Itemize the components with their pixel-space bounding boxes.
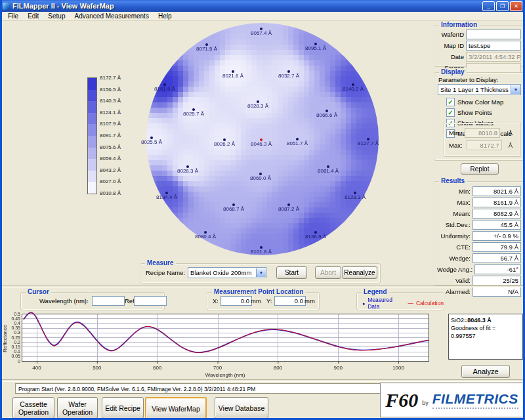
point-value-label: 8021.6 Å xyxy=(212,73,254,79)
date-field: 3/2/2011 4:54:32 PM xyxy=(466,52,521,62)
footer-button-view-wafermap[interactable]: View WaferMap xyxy=(145,397,207,420)
logo-model: F60 xyxy=(385,389,418,411)
start-button[interactable]: Start xyxy=(276,266,307,279)
display-group-label: Display xyxy=(439,68,467,75)
goodness-of-fit: Goodness of fit = 0.997557 xyxy=(451,324,520,340)
angstrom-unit-label: Å xyxy=(504,142,513,149)
point-value-label: 8140.2 Å xyxy=(332,86,374,92)
wafer-map[interactable]: 8057.4 Å8071.5 Å8095.1 Å8021.6 Å8032.7 Å… xyxy=(94,18,429,260)
y-field[interactable]: 0.0 xyxy=(274,296,306,306)
cursor-wavelength-field[interactable] xyxy=(92,296,125,306)
point-value-label: 8026.2 Å xyxy=(203,141,245,147)
info-row-map-id: Map IDtest.spe xyxy=(437,41,521,51)
point-value-label: 8134.4 Å xyxy=(146,194,188,200)
filmetrics-logo: F60 by FILMETRICS xyxy=(380,383,524,417)
x-field[interactable]: 0.0 xyxy=(220,296,252,306)
measured-data-marker-icon: ● xyxy=(362,301,365,306)
mean-value: 8082.9 Å xyxy=(472,209,521,219)
measure-group-label: Measure xyxy=(145,259,176,266)
minimize-button[interactable]: _ xyxy=(482,1,495,11)
separator-line xyxy=(2,379,523,382)
cte-value: 79.9 Å xyxy=(472,242,521,252)
manual-min-field[interactable]: 8010.8 xyxy=(465,128,500,138)
recipe-combobox[interactable]: Blanket Oxide 200mm ▼ xyxy=(188,267,266,278)
point-value-label: 8071.5 Å xyxy=(186,46,228,52)
footer-button-view-database[interactable]: View Database xyxy=(215,397,268,419)
reanalyze-button[interactable]: Reanalyze xyxy=(342,266,377,279)
waferid-field[interactable] xyxy=(466,30,521,39)
measure-group: Measure Recipe Name: Blanket Oxide 200mm… xyxy=(140,263,381,284)
manual-min-label: Min: xyxy=(449,129,461,136)
result-row-min: Min:8021.6 Å xyxy=(437,186,521,196)
point-value-label: 8066.6 Å xyxy=(306,112,348,118)
point-value-label: 8068.7 Å xyxy=(213,206,255,212)
analyze-button[interactable]: Analyze xyxy=(461,365,510,378)
point-value-label: 8128.3 Å xyxy=(334,194,376,200)
point-value-label: 8101.8 Å xyxy=(240,249,282,255)
point-value-label: 8028.3 Å xyxy=(237,103,279,109)
point-value-label: 8025.5 Å xyxy=(131,139,173,145)
show-points-label: Show Points xyxy=(457,109,492,116)
result-row-cte: CTE:79.9 Å xyxy=(437,242,521,252)
fit-material: SiO2= xyxy=(451,317,467,324)
spectrum-chart[interactable] xyxy=(6,311,432,378)
window-title: FILMapper II - View WaferMap xyxy=(12,2,482,10)
results-group-label: Results xyxy=(439,177,467,184)
menu-item-edit[interactable]: Edit xyxy=(23,12,43,20)
date-label: Date xyxy=(437,53,464,60)
footer-button-cassette-operation[interactable]: Cassette Operation xyxy=(12,397,54,419)
valid-label: Valid: xyxy=(437,277,471,284)
abort-button[interactable]: Abort xyxy=(315,266,341,279)
min-label: Min: xyxy=(437,188,471,195)
point-value-label: 8161.9 Å xyxy=(144,86,186,92)
point-value-label: 8087.2 Å xyxy=(268,206,310,212)
point-value-label: 8032.7 Å xyxy=(268,73,310,79)
chevron-down-icon[interactable]: ▼ xyxy=(511,85,520,94)
max-label: Max: xyxy=(437,199,471,206)
show-points-checkbox[interactable]: ✓ xyxy=(446,108,455,117)
title-bar[interactable]: FILMapper II - View WaferMap _ ❐ ✕ xyxy=(0,0,525,12)
fit-result-box: SiO2=8046.3 Å Goodness of fit = 0.997557 xyxy=(448,314,523,360)
x-unit-label: mm xyxy=(251,297,261,304)
show-color-map-checkbox[interactable]: ✓ xyxy=(446,98,455,106)
results-group: Results Min:8021.6 ÅMax:8161.9 ÅMean:808… xyxy=(434,181,525,286)
info-row-date: Date3/2/2011 4:54:32 PM xyxy=(437,52,521,62)
max-value: 8161.9 Å xyxy=(472,198,521,207)
chevron-down-icon[interactable]: ▼ xyxy=(256,268,266,277)
result-row-mean: Mean:8082.9 Å xyxy=(437,209,521,219)
point-value-label: 8057.4 Å xyxy=(240,30,282,36)
checkbox-row-show-points[interactable]: ✓Show Points xyxy=(446,108,522,117)
manual-max-field[interactable]: 8172.7 xyxy=(467,140,502,150)
y-label: Y: xyxy=(266,297,272,304)
calculation-marker-icon: — xyxy=(408,300,413,306)
cursor-reflectance-field[interactable] xyxy=(134,296,167,306)
point-value-label: 8028.3 Å xyxy=(167,168,209,174)
std-dev-value: 45.5 Å xyxy=(472,220,521,230)
result-row-uniformity: Uniformity:+/- 0.9 % xyxy=(437,231,521,241)
point-value-label: 8051.7 Å xyxy=(276,140,318,146)
footer-button-wafer-operation[interactable]: Wafer Operation xyxy=(57,397,98,419)
fit-thickness: 8046.3 Å xyxy=(467,317,492,324)
wedge-label: Wedge: xyxy=(437,255,471,262)
separator-line xyxy=(2,285,523,287)
menu-item-file[interactable]: File xyxy=(3,12,23,20)
y-unit-label: mm xyxy=(304,297,315,304)
checkbox-row-show-color-map[interactable]: ✓Show Color Map xyxy=(446,98,522,106)
parameter-combobox[interactable]: Site 1 Layer 1 Thickness ▼ xyxy=(438,84,521,95)
replot-button[interactable]: Replot xyxy=(461,163,499,175)
cursor-group: Cursor Wavelength (nm): Reflectance xyxy=(20,292,165,310)
result-row-wedge-ang: Wedge Ang.:-61° xyxy=(437,264,521,274)
point-value-label: 8080.4 Å xyxy=(184,234,226,240)
show-color-map-label: Show Color Map xyxy=(457,98,503,106)
footer-button-edit-recipe[interactable]: Edit Recipe xyxy=(102,397,144,419)
filmapper-window: FILMapper II - View WaferMap _ ❐ ✕ FileE… xyxy=(0,0,525,420)
point-value-label: 8136.9 Å xyxy=(295,234,337,240)
menu-item-setup[interactable]: Setup xyxy=(43,12,70,20)
alarmed-value: N/A xyxy=(472,287,521,297)
map-id-field[interactable]: test.spe xyxy=(466,41,521,51)
close-button[interactable]: ✕ xyxy=(510,1,522,11)
spectrum-canvas[interactable] xyxy=(6,311,432,378)
maximize-button[interactable]: ❐ xyxy=(496,1,509,11)
result-row-std-dev: Std.Dev.:45.5 Å xyxy=(437,220,521,230)
logo-by: by xyxy=(422,400,429,406)
